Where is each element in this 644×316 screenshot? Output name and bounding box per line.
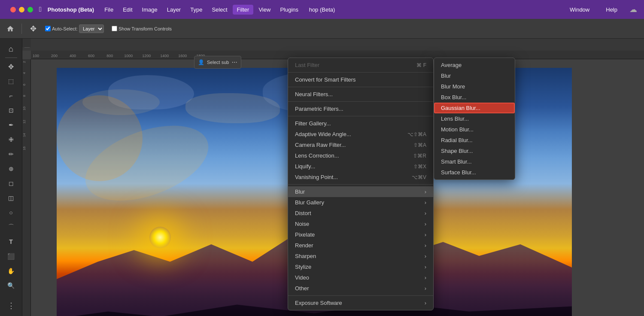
minimize-button[interactable] [19, 7, 24, 12]
sun [149, 227, 171, 248]
lens-blur-item[interactable]: Lens Blur... [434, 113, 515, 124]
menu-type[interactable]: Type [186, 5, 207, 15]
traffic-lights [5, 7, 33, 12]
home-toolbar-icon[interactable] [3, 22, 17, 36]
cloud-icon: ☁ [629, 5, 637, 14]
transform-check[interactable] [112, 26, 117, 31]
menu-help[interactable]: Help [601, 5, 622, 15]
blur-gallery-arrow: › [425, 199, 426, 206]
blur-gallery-label: Blur Gallery [295, 199, 324, 206]
shape-icon[interactable]: ⬛ [4, 249, 18, 263]
more-options-icon[interactable]: ··· [231, 58, 237, 66]
blur-gallery-item[interactable]: Blur Gallery › [288, 197, 433, 208]
menu-file[interactable]: File [100, 5, 118, 15]
menu-image[interactable]: Image [138, 5, 162, 15]
stylize-arrow: › [425, 264, 426, 270]
layer-select[interactable]: Layer [79, 24, 104, 33]
camera-raw-shortcut: ⇧⌘A [413, 142, 426, 148]
ruler-corner [22, 39, 31, 47]
blur-sub-item[interactable]: Blur [434, 70, 515, 81]
menu-edit[interactable]: Edit [118, 5, 137, 15]
exposure-software-item[interactable]: Exposure Software › [288, 298, 433, 308]
neural-filters-item[interactable]: Neural Filters... [288, 89, 433, 100]
other-arrow: › [425, 285, 426, 292]
gradient-icon[interactable]: ◫ [4, 191, 18, 205]
adaptive-wide-shortcut: ⌥⇧⌘A [407, 131, 426, 137]
home-sidebar-icon[interactable]: ⌂ [4, 42, 18, 56]
show-transform-label: Show Transform Controls [118, 26, 172, 31]
menu-view[interactable]: View [254, 5, 275, 15]
parametric-filters-item[interactable]: Parametric Filters... [288, 103, 433, 114]
pixelate-item[interactable]: Pixelate › [288, 229, 433, 240]
lasso-tool-icon[interactable]: ⌐ [4, 89, 18, 103]
liquify-item[interactable]: Liquify... ⇧⌘X [288, 161, 433, 172]
divider-1 [288, 72, 433, 73]
distort-item[interactable]: Distort › [288, 208, 433, 219]
burn-icon[interactable]: ○ [4, 206, 18, 219]
sharpen-item[interactable]: Sharpen › [288, 251, 433, 261]
lens-correction-label: Lens Correction... [295, 152, 339, 159]
noise-item[interactable]: Noise › [288, 219, 433, 229]
video-arrow: › [425, 274, 426, 281]
menu-plugins[interactable]: Plugins [276, 5, 303, 15]
vanishing-point-shortcut: ⌥⌘V [412, 174, 426, 180]
other-item[interactable]: Other › [288, 283, 433, 294]
blur-more-item[interactable]: Blur More [434, 81, 515, 92]
eyedropper-icon[interactable]: ✒ [4, 118, 18, 132]
marquee-tool-icon[interactable]: ⬚ [4, 74, 18, 88]
menu-layer[interactable]: Layer [163, 5, 185, 15]
blur-item[interactable]: Blur › [288, 186, 433, 197]
camera-raw-item[interactable]: Camera Raw Filter... ⇧⌘A [288, 140, 433, 150]
move-toolbar-icon[interactable]: ✥ [26, 22, 40, 36]
text-tool-icon[interactable]: T [4, 235, 18, 249]
menu-select[interactable]: Select [207, 5, 231, 15]
vanishing-point-item[interactable]: Vanishing Point... ⌥⌘V [288, 172, 433, 182]
auto-select-label: Auto-Select: [52, 26, 78, 31]
app-name: Photoshop (Beta) [48, 6, 94, 13]
last-filter-item[interactable]: Last Filter ⌘ F [288, 60, 433, 70]
auto-select-checkbox[interactable]: Auto-Select: Layer [43, 23, 106, 34]
stylize-item[interactable]: Stylize › [288, 261, 433, 272]
more-sidebar-icon[interactable]: ⋮ [4, 299, 18, 313]
radial-blur-item[interactable]: Radial Blur... [434, 135, 515, 146]
show-transform-checkbox[interactable]: Show Transform Controls [109, 24, 174, 33]
neural-filters-label: Neural Filters... [295, 91, 333, 97]
maximize-button[interactable] [27, 7, 33, 12]
clone-icon[interactable]: ⊕ [4, 162, 18, 176]
average-item[interactable]: Average [434, 60, 515, 70]
auto-select-check[interactable] [45, 26, 51, 31]
hand-icon[interactable]: ✋ [4, 264, 18, 278]
motion-blur-item[interactable]: Motion Blur... [434, 124, 515, 135]
smart-blur-item[interactable]: Smart Blur... [434, 156, 515, 167]
video-item[interactable]: Video › [288, 272, 433, 283]
render-item[interactable]: Render › [288, 240, 433, 251]
lens-correction-item[interactable]: Lens Correction... ⇧⌘R [288, 150, 433, 161]
eraser-icon[interactable]: ◻ [4, 176, 18, 190]
divider-5 [288, 184, 433, 185]
convert-smart-filters-item[interactable]: Convert for Smart Filters [288, 74, 433, 85]
zoom-icon[interactable]: 🔍 [4, 279, 18, 292]
healing-icon[interactable]: ✙ [4, 133, 18, 146]
shape-blur-item[interactable]: Shape Blur... [434, 146, 515, 156]
filter-menu: Last Filter ⌘ F Convert for Smart Filter… [288, 58, 434, 310]
close-button[interactable] [10, 7, 16, 12]
convert-smart-label: Convert for Smart Filters [295, 76, 356, 83]
menu-window[interactable]: Window [565, 5, 594, 15]
title-bar-left:  Photoshop (Beta) File Edit Image Layer… [0, 5, 308, 15]
filter-gallery-item[interactable]: Filter Gallery... [288, 118, 433, 129]
select-subject-icon: 👤 [198, 59, 204, 65]
float-bar: 👤 Select sub ··· [194, 56, 241, 69]
adaptive-wide-item[interactable]: Adaptive Wide Angle... ⌥⇧⌘A [288, 129, 433, 140]
menu-bar: File Edit Image Layer Type Select Filter… [100, 5, 303, 15]
move-tool-icon[interactable]: ✥ [4, 60, 18, 73]
surface-blur-item[interactable]: Surface Blur... [434, 167, 515, 178]
brush-icon[interactable]: ✏ [4, 147, 18, 161]
gaussian-blur-item[interactable]: Gaussian Blur... [434, 103, 515, 113]
pen-icon[interactable]: ⌒ [4, 220, 18, 234]
box-blur-item[interactable]: Box Blur... [434, 92, 515, 103]
apple-logo:  [39, 6, 42, 13]
stylize-label: Stylize [295, 264, 311, 270]
crop-tool-icon[interactable]: ⊡ [4, 103, 18, 117]
pixelate-arrow: › [425, 231, 426, 238]
menu-filter[interactable]: Filter [233, 5, 254, 15]
